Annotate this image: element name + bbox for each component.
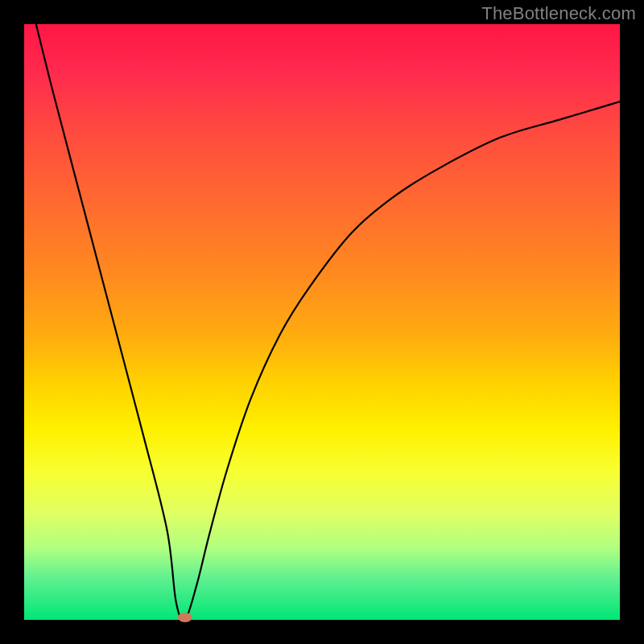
chart-frame: TheBottleneck.com (0, 0, 644, 644)
plot-area (24, 24, 620, 620)
watermark-text: TheBottleneck.com (481, 3, 636, 24)
curve-svg (24, 24, 620, 620)
bottleneck-curve (36, 24, 620, 621)
notch-marker (178, 613, 192, 622)
